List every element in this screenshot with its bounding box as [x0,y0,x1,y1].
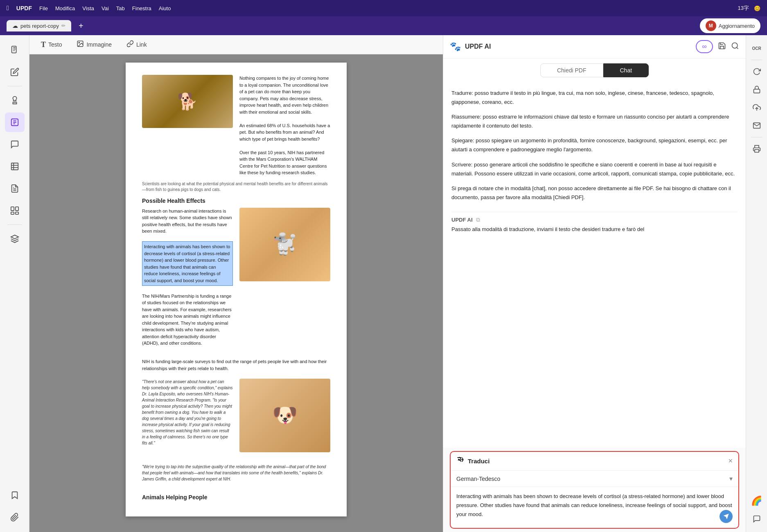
translate-lang-row[interactable]: German-Tedesco ▾ [451,471,738,487]
copy-icon[interactable]: ⧉ [476,216,480,223]
translate-content-area[interactable]: Interacting with animals has been shown … [451,487,738,528]
svg-rect-11 [15,207,18,211]
dog-image-3: 🐶 [239,379,330,452]
sidebar-icon-layers[interactable] [5,229,25,249]
avatar: M [706,20,716,31]
testo-button[interactable]: T Testo [38,39,65,51]
sidebar-icon-attachment[interactable] [5,507,25,527]
chat-tool-icon[interactable] [749,511,765,527]
ai-header: 🐾 UPDF AI ∞ [443,35,746,58]
svg-rect-19 [753,89,760,93]
file-menu[interactable]: File [39,5,48,11]
tab-menu[interactable]: Tab [116,5,125,11]
ai-panel: 🐾 UPDF AI ∞ Chiedi PDF Chat Tradurre: po… [443,35,746,532]
infinity-button[interactable]: ∞ [696,40,713,53]
ai-message-5: Si prega di notare che in modalità [chat… [451,184,738,202]
search-icon[interactable] [731,42,739,52]
sidebar-icon-edit[interactable] [5,62,25,82]
modifica-menu[interactable]: Modifica [55,5,75,11]
sidebar-icon-stamp[interactable] [5,90,25,110]
ai-title: UPDF AI [465,43,491,50]
svg-marker-14 [11,235,18,239]
sidebar-icon-table[interactable] [5,157,25,176]
translate-text: Interacting with animals has been shown … [456,493,732,517]
ai-message-3: Spiegare: posso spiegare un argomento in… [451,136,738,154]
lock-tool-icon[interactable] [749,81,765,98]
doc-quote-1: "There's not one answer about how a pet … [142,379,233,452]
tab-edit-icon[interactable]: ✏ [61,23,65,29]
ai-sender-row: UPDF AI ⧉ [451,216,738,223]
vista-menu[interactable]: Vista [82,5,94,11]
ai-response-section: UPDF AI ⧉ Passato alla modalità di tradu… [451,212,738,234]
translate-popup: Traduci × German-Tedesco ▾ Interacting w… [450,451,739,529]
ai-message-4: Scrivere: posso generare articoli che so… [451,160,738,178]
tab-chat[interactable]: Chat [603,63,649,77]
sidebar-icon-bookmark[interactable] [5,485,25,505]
right-tools: OCR 🌈 [746,35,767,532]
doc-intro-image: 🐕 [142,75,233,176]
testo-icon: T [41,40,46,49]
refresh-tool-icon[interactable] [749,63,765,80]
sidebar-divider-1 [7,86,22,86]
tab-add-button[interactable]: + [75,20,87,32]
finestra-menu[interactable]: Finestra [132,5,151,11]
mail-tool-icon[interactable] [749,117,765,134]
ai-tabs: Chiedi PDF Chat [443,58,746,82]
sidebar-icon-editdoc[interactable] [5,179,25,198]
right-divider-2 [751,137,762,137]
apple-menu[interactable]:  [7,4,9,12]
sidebar-icon-comment[interactable] [5,135,25,154]
ocr-tool-icon[interactable]: OCR [749,40,765,56]
sidebar-icon-ai[interactable] [5,112,25,132]
aggiornamento-button[interactable]: M Aggiornamento [700,18,760,33]
app-name: UPDF [16,5,32,11]
doc-caption: Scientists are looking at what the poten… [142,181,330,193]
ai-message-2: Riassumere: posso estrarre le informazio… [451,112,738,130]
doc-intro-para1: Nothing compares to the joy of coming ho… [239,75,330,115]
tab-chiedi-pdf[interactable]: Chiedi PDF [540,63,603,77]
doc-heading-health: Possible Health Effects [142,197,330,205]
translate-close-button[interactable]: × [728,457,733,465]
emoji-icon: 😊 [754,5,760,11]
tabbar-right: M Aggiornamento [700,18,760,33]
tab-pets-report[interactable]: ☁ pets report-copy ✏ [7,20,71,31]
ai-rainbow-icon[interactable]: 🌈 [749,493,765,509]
upload-tool-icon[interactable] [749,99,765,116]
vai-menu[interactable]: Vai [102,5,109,11]
sidebar-icon-document[interactable] [5,40,25,60]
sidebar-icon-organize[interactable] [5,201,25,220]
doc-health-para3: The NIH/Mars Partnership is funding a ra… [142,293,233,347]
aggiornamento-label: Aggiornamento [719,23,755,29]
doc-health-section: Research on human-animal interactions is… [142,208,330,347]
menubar-right: 13字 😊 [738,4,760,12]
doc-health-para1: Research on human-animal interactions is… [142,208,233,235]
ai-messages[interactable]: Tradurre: posso tradurre il testo in più… [443,82,746,448]
doc-toolbar: T Testo Immagine Link [29,35,443,54]
doc-survey-text: NIH is funding large-scale surveys to fi… [142,358,330,372]
link-button[interactable]: Link [123,38,150,51]
immagine-label: Immagine [86,41,111,48]
svg-rect-1 [13,103,16,104]
doc-page: 🐕 Nothing compares to the joy of coming … [126,63,347,516]
doc-intro-para3: Over the past 10 years, NIH has partnere… [239,149,330,176]
immagine-button[interactable]: Immagine [73,38,115,51]
cloud-icon: ☁ [12,22,18,29]
main-layout: T Testo Immagine Link [0,35,767,532]
translate-send-button[interactable] [720,510,733,523]
save-icon[interactable] [718,42,726,52]
svg-rect-13 [15,212,18,215]
doc-intro-para2: An estimated 68% of U.S. households have… [239,122,330,143]
sidebar-divider-2 [7,224,22,225]
svg-point-17 [732,43,738,48]
doc-scroll-area[interactable]: 🐕 Nothing compares to the joy of coming … [29,54,443,532]
dog-image-1: 🐕 [142,75,233,128]
link-label: Link [136,41,147,48]
translate-icon [456,456,465,466]
svg-line-18 [737,47,738,49]
svg-point-16 [79,42,80,43]
tab-name: pets report-copy [20,23,59,29]
ai-response-text: Passato alla modalità di traduzione, inv… [451,225,738,234]
doc-intro-section: 🐕 Nothing compares to the joy of coming … [142,75,330,176]
aiuto-menu[interactable]: Aiuto [159,5,171,11]
print-tool-icon[interactable] [749,141,765,157]
